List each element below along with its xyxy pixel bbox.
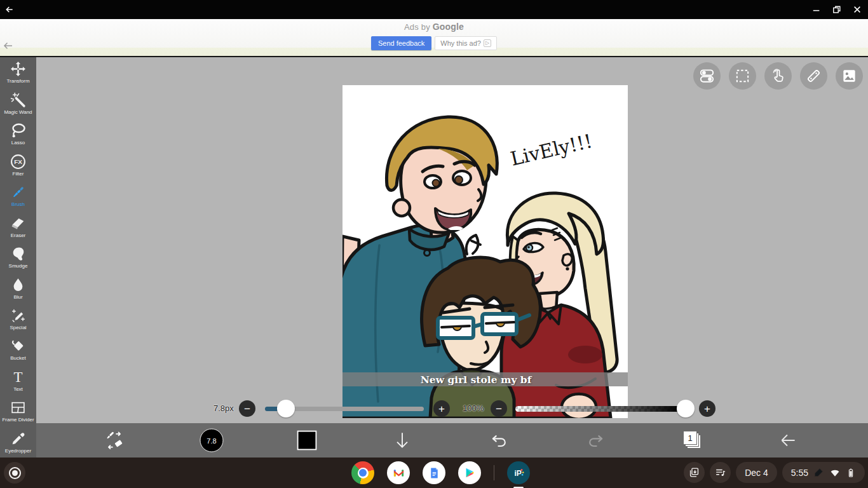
battery-icon — [846, 468, 856, 478]
photo-caption-bar: New girl stole my bf — [342, 372, 628, 386]
close-icon — [853, 5, 862, 14]
speech-text: LivEly!!! — [508, 130, 595, 170]
back-arrow-icon — [4, 4, 15, 15]
brush-size-label: 7.8px — [214, 403, 234, 413]
tool-label: Frame Divider — [2, 417, 34, 423]
tool-label: Magic Wand — [4, 109, 32, 115]
play-store-app-icon[interactable] — [458, 461, 481, 484]
tool-frame-divider[interactable]: Frame Divider — [0, 396, 36, 426]
ad-banner: Ads by Google Send feedback Why this ad?… — [0, 19, 868, 57]
docs-app-icon[interactable] — [423, 461, 445, 484]
restore-icon — [832, 5, 841, 14]
transform-icon — [10, 61, 26, 77]
swap-brush-eraser-icon — [104, 430, 125, 451]
brush-size-thumb[interactable] — [277, 400, 295, 417]
frame-divider-icon — [10, 400, 26, 416]
tool-label: Eraser — [11, 233, 26, 238]
opacity-slider[interactable] — [515, 406, 681, 412]
brush-icon — [10, 184, 26, 200]
import-image-button[interactable] — [836, 62, 863, 90]
ibis-paint-app-icon[interactable]: iP — [507, 461, 530, 484]
tool-text[interactable]: T Text — [0, 365, 36, 396]
blur-drop-icon — [10, 277, 26, 293]
smudge-icon — [10, 246, 26, 262]
opacity-increase-button[interactable]: + — [699, 400, 715, 417]
layers-icon: 1 — [682, 430, 703, 451]
bucket-icon — [10, 338, 26, 354]
tool-smudge[interactable]: Smudge — [0, 242, 36, 273]
tool-eraser[interactable]: Eraser — [0, 211, 36, 241]
status-tray-pill[interactable]: 5:55 — [782, 462, 865, 483]
filter-fx-icon: FX — [10, 154, 26, 170]
screen: Ads by Google Send feedback Why this ad?… — [0, 0, 868, 488]
tool-bucket[interactable]: Bucket — [0, 334, 36, 365]
special-pen-icon — [10, 308, 26, 323]
redo-icon — [585, 430, 606, 451]
date-label: Dec 4 — [745, 468, 768, 478]
ibis-paint-icon: iP — [512, 466, 526, 480]
rect-select-button[interactable] — [729, 62, 756, 90]
brush-size-increase-button[interactable]: + — [433, 400, 450, 417]
layers-button[interactable]: 1 — [682, 430, 703, 451]
calendar-pill[interactable]: Dec 4 — [736, 462, 777, 483]
window-titlebar — [0, 0, 868, 19]
window-back-button[interactable] — [0, 0, 19, 19]
eraser-icon — [10, 215, 26, 231]
svg-text:T: T — [14, 369, 23, 385]
chromeos-shelf: iP Dec 4 5:55 — [0, 458, 868, 488]
tool-label: Transform — [6, 78, 29, 84]
back-button[interactable] — [777, 430, 799, 451]
tool-settings-button[interactable] — [693, 62, 721, 90]
down-arrow-icon — [391, 430, 413, 451]
launcher-button[interactable] — [4, 462, 25, 484]
ruler-icon — [805, 67, 822, 85]
tool-eyedropper[interactable]: Eyedropper — [0, 427, 36, 458]
why-this-ad-button[interactable]: Why this ad? ▷ — [435, 36, 497, 50]
tool-brush[interactable]: Brush — [0, 180, 36, 211]
tool-label: Text — [13, 386, 23, 392]
close-button[interactable] — [850, 3, 864, 17]
play-store-icon — [464, 467, 475, 478]
brush-size-preview-value: 7.8 — [207, 437, 216, 444]
playlist-music-icon — [714, 466, 726, 478]
opacity-decrease-button[interactable]: − — [491, 400, 507, 417]
screen-capture-button[interactable] — [684, 462, 705, 483]
color-swatch[interactable] — [297, 431, 317, 451]
tool-blur[interactable]: Blur — [0, 273, 36, 303]
image-icon — [841, 67, 858, 85]
chrome-app-icon[interactable] — [351, 461, 374, 484]
swap-brush-eraser-button[interactable] — [104, 430, 125, 451]
brush-size-preview[interactable]: 7.8 — [200, 429, 224, 452]
undo-button[interactable] — [489, 430, 510, 451]
collapse-panel-button[interactable] — [391, 430, 413, 451]
redo-button[interactable] — [585, 430, 606, 451]
toggles-icon — [698, 67, 715, 85]
screen-capture-icon — [688, 466, 700, 478]
restore-button[interactable] — [830, 3, 844, 17]
text-icon: T — [10, 369, 26, 385]
tool-special[interactable]: Special — [0, 304, 36, 334]
wifi-icon — [829, 467, 841, 478]
gmail-icon — [393, 467, 405, 479]
tool-magic-wand[interactable]: Magic Wand — [0, 88, 36, 118]
minimize-button[interactable] — [810, 3, 824, 17]
brush-size-decrease-button[interactable]: − — [239, 400, 255, 417]
svg-text:iP: iP — [514, 469, 521, 478]
gmail-app-icon[interactable] — [387, 461, 410, 484]
send-feedback-button[interactable]: Send feedback — [371, 36, 431, 50]
tool-lasso[interactable]: Lasso — [0, 119, 36, 149]
drawing-canvas[interactable]: LivEly!!! — [342, 85, 628, 418]
opacity-thumb[interactable] — [677, 400, 695, 417]
media-controls-button[interactable] — [710, 462, 731, 483]
tool-label: Blur — [13, 294, 22, 300]
tool-transform[interactable]: Transform — [0, 57, 36, 88]
undo-icon — [489, 430, 510, 451]
tool-label: Bucket — [10, 355, 25, 361]
hand-tool-button[interactable] — [764, 62, 792, 90]
shelf-status-area: Dec 4 5:55 — [684, 462, 865, 483]
ruler-button[interactable] — [800, 62, 827, 90]
tool-filter[interactable]: FX Filter — [0, 149, 36, 180]
left-arrow-icon — [777, 430, 799, 451]
tool-label: Special — [10, 325, 26, 330]
time-label: 5:55 — [791, 468, 808, 478]
